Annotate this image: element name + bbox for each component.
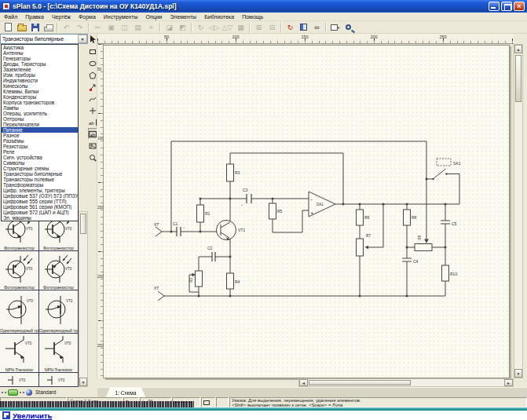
- component-c2[interactable]: C2: [207, 246, 213, 250]
- cut-icon[interactable]: ✂: [91, 22, 104, 33]
- component-da1[interactable]: - + DA1: [309, 192, 335, 217]
- enlarge-link[interactable]: Увеличить: [13, 411, 52, 420]
- list-item[interactable]: Операц. усилитель: [2, 111, 78, 116]
- node-tool-icon[interactable]: [88, 104, 97, 116]
- vertical-scrollbar[interactable]: ▲ ▼: [514, 44, 523, 378]
- component-cell-unijunction[interactable]: VT0 Однопереходный транз.: [0, 290, 39, 334]
- menu-tools[interactable]: Инструменты: [100, 14, 142, 20]
- group-icon[interactable]: ⊞: [252, 22, 265, 33]
- list-item[interactable]: Заземление: [2, 67, 78, 72]
- component-r7[interactable]: R7: [357, 233, 371, 256]
- minimize-button[interactable]: [489, 2, 500, 11]
- save-icon[interactable]: [28, 22, 42, 33]
- component-cell-npn[interactable]: VT0 NPN-Transistor: [39, 334, 79, 373]
- component-r2[interactable]: R2: [188, 271, 203, 287]
- list-item[interactable]: Цифровые 561 серии (КМОП): [2, 204, 78, 210]
- mirror-vertical-icon[interactable]: △▽: [221, 22, 234, 33]
- menu-elements[interactable]: Элементы: [167, 14, 201, 20]
- component-r1[interactable]: R1: [197, 205, 210, 222]
- close-button[interactable]: ×: [514, 2, 525, 11]
- list-item[interactable]: Конденсаторы: [2, 94, 78, 100]
- menu-options[interactable]: Опции: [141, 14, 166, 20]
- properties-panel-icon[interactable]: [297, 22, 310, 33]
- list-item[interactable]: Лампы: [2, 105, 78, 111]
- scrollbar-thumb[interactable]: [80, 214, 86, 234]
- component-cell-npn[interactable]: VT0 NPN-Transistor: [0, 334, 39, 373]
- list-item[interactable]: Акустика: [2, 45, 78, 50]
- ungroup-icon[interactable]: ⊟: [265, 22, 279, 33]
- list-item-selected[interactable]: Питание: [2, 127, 78, 133]
- component-r6[interactable]: R6: [357, 210, 370, 225]
- send-to-back-icon[interactable]: ◩: [176, 22, 189, 33]
- layer-selector-icon[interactable]: [8, 389, 18, 396]
- list-item[interactable]: Структурные схемы: [2, 166, 78, 171]
- list-item[interactable]: Цифровые 572 (ЦАП и АЦП): [2, 210, 78, 215]
- palette-dot[interactable]: [20, 392, 21, 393]
- component-r9[interactable]: R9: [415, 235, 432, 250]
- palette-dot[interactable]: [5, 392, 6, 393]
- palette-dot[interactable]: [23, 392, 24, 393]
- list-item[interactable]: Цифровые 537 (ОЗУ) 573 (ППЗУ): [2, 193, 78, 199]
- scrollbar-thumb[interactable]: [309, 380, 411, 385]
- component-cell-partial[interactable]: VT0: [0, 373, 39, 387]
- delete-icon[interactable]: ×: [145, 22, 158, 33]
- zoom-magnifier-icon[interactable]: [342, 22, 355, 33]
- textbox-tool-icon[interactable]: ab: [88, 128, 97, 140]
- component-c1[interactable]: C1+: [173, 221, 185, 229]
- combo-dropdown-icon[interactable]: ▼: [78, 35, 87, 43]
- component-sa1[interactable]: SA1: [432, 159, 460, 180]
- palette-dot[interactable]: [2, 392, 3, 393]
- paste-icon[interactable]: ◫: [118, 22, 131, 33]
- component-r5[interactable]: R5: [269, 203, 283, 219]
- list-item[interactable]: Реле: [2, 149, 78, 155]
- zoom-tool-icon[interactable]: [88, 152, 97, 163]
- component-grid-scrollbar[interactable]: ▼: [79, 211, 88, 387]
- copy-icon[interactable]: ▣: [104, 22, 118, 33]
- component-r4[interactable]: R4: [227, 273, 240, 289]
- list-item[interactable]: Трансформаторы: [2, 182, 78, 188]
- polygon-tool-icon[interactable]: [88, 69, 97, 81]
- curve-tool-icon[interactable]: [88, 93, 97, 104]
- list-item[interactable]: Генераторы: [2, 56, 78, 61]
- rectangle-tool-icon[interactable]: [88, 46, 97, 57]
- rotate-free-icon[interactable]: ↻: [284, 22, 297, 33]
- list-item[interactable]: Разное: [2, 133, 78, 138]
- component-cell-unijunction[interactable]: VT0 Однопереходный транз.: [39, 290, 79, 334]
- search-binoculars-icon[interactable]: ∞: [310, 22, 324, 33]
- list-item[interactable]: Сигн. устройства: [2, 155, 78, 160]
- component-r10[interactable]: R10: [442, 265, 458, 281]
- ellipse-tool-icon[interactable]: [88, 57, 97, 69]
- bring-to-front-icon[interactable]: ◪: [163, 22, 176, 33]
- component-cell-phototransistor[interactable]: VT0 Фототранзистор: [0, 251, 39, 290]
- undo-icon[interactable]: ↶: [60, 22, 73, 33]
- scroll-up-icon[interactable]: ▲: [514, 45, 522, 53]
- list-item[interactable]: Цифровые 555 серии (ТТЛ): [2, 199, 78, 204]
- component-c4[interactable]: C4: [413, 259, 419, 264]
- list-item[interactable]: Индуктивности: [2, 78, 78, 83]
- list-item[interactable]: Эл. машины: [2, 215, 78, 221]
- list-item[interactable]: Кинескопы: [2, 83, 78, 89]
- list-item[interactable]: Транзисторы полевые: [2, 177, 78, 182]
- menu-drawing[interactable]: Чертёж: [48, 14, 75, 20]
- image-tool-icon[interactable]: [88, 140, 97, 152]
- magnify-icon[interactable]: [2, 411, 10, 419]
- horizontal-scrollbar[interactable]: ◄ ►: [298, 378, 514, 387]
- color-sphere-icon[interactable]: [26, 389, 32, 396]
- mirror-horizontal-icon[interactable]: ◁▷: [207, 22, 221, 33]
- scroll-down-icon[interactable]: ▼: [79, 378, 87, 386]
- list-item[interactable]: Резисторы: [2, 144, 78, 149]
- list-item[interactable]: Изм. приборы: [2, 72, 78, 78]
- component-c5[interactable]: C5: [452, 221, 457, 226]
- component-cell-phototransistor[interactable]: VT0 Фототранзистор: [39, 251, 79, 290]
- menu-form[interactable]: Форма: [75, 14, 100, 20]
- list-item[interactable]: Транзисторы биполярные: [2, 171, 78, 177]
- open-folder-icon[interactable]: [15, 22, 28, 33]
- scroll-left-icon[interactable]: ◄: [299, 379, 308, 386]
- restore-button[interactable]: [501, 2, 512, 11]
- align-icon[interactable]: ▦: [234, 22, 247, 33]
- duplicate-icon[interactable]: ▤: [131, 22, 145, 33]
- list-item[interactable]: Переключатели: [2, 122, 78, 127]
- list-item[interactable]: Символы: [2, 160, 78, 166]
- menu-edit[interactable]: Правка: [21, 14, 48, 20]
- scrollbar-thumb[interactable]: [515, 55, 522, 102]
